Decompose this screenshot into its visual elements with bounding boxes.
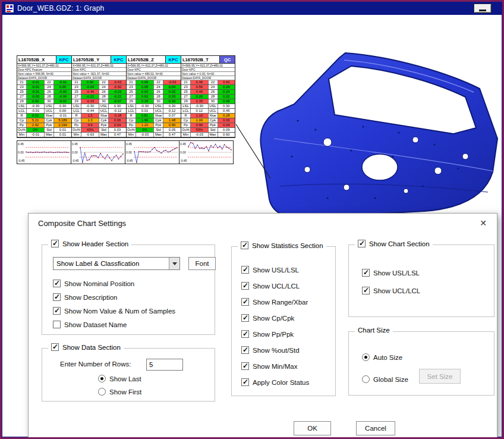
stat-label: Min [17, 133, 27, 137]
stat-row: LCL -0.01 UCL 0.00 [17, 109, 71, 114]
stat-value: 0.90 [163, 123, 181, 127]
data-row: 29 0.35 30 0.08 [181, 99, 235, 104]
checkbox-show-nom-value-num-of-samples[interactable]: Show Nom Value & Num of Samples [53, 307, 175, 315]
radio-show-first[interactable]: Show First [98, 388, 141, 396]
dataset-text: Dataset:DATA_DOOR [181, 76, 235, 80]
stat-row: Min -0.03 Max 0.60 [181, 133, 235, 137]
checkbox-box [241, 282, 249, 290]
composite-chart-settings-dialog: Composite Chart Settings ✕ Show Header S… [28, 213, 497, 438]
stat-value: -0.44 [81, 109, 99, 113]
checkbox-box[interactable] [241, 242, 248, 249]
sample-value: 0.00 [27, 99, 45, 104]
stat-value: 0.30 [109, 104, 126, 108]
checkbox-show-out-std[interactable]: Show %out/Std [241, 346, 300, 354]
checkbox-show-cp-cpk[interactable]: Show Cp/Cpk [241, 314, 294, 322]
sample-value: 0.30 [163, 99, 181, 104]
group-header-title[interactable]: Show Header Section [48, 240, 131, 247]
sample-value: 0.05 [136, 85, 154, 89]
checkbox-show-usl-lsl[interactable]: Show USL/LSL [362, 269, 420, 277]
stat-label: R [181, 114, 191, 118]
stat-value: 1.06 [191, 118, 209, 123]
checkbox-label: Apply Color Status [253, 379, 309, 386]
stat-row: LCL 0.12 UCL 0.45 [181, 109, 235, 114]
chevron-down-icon[interactable] [169, 258, 179, 269]
minimize-button[interactable] [474, 4, 492, 13]
stat-label: Cp [127, 118, 136, 123]
mini-chart-L167052B_T: 0.450.00-0.45 [179, 140, 234, 164]
svg-text:-0.45: -0.45 [126, 159, 133, 162]
stat-row: R 1.5 Xbar -0.28 [72, 114, 126, 118]
checkbox-box [241, 330, 249, 338]
stat-value: 2.92 [27, 123, 45, 127]
sample-index: 22 [154, 80, 163, 84]
svg-text:0.45: 0.45 [126, 142, 132, 146]
radio-show-last[interactable]: Show Last [98, 375, 141, 382]
checkbox-show-usl-lsl[interactable]: Show USL/LSL [241, 266, 299, 274]
coords-text: X=566.95,Y=-921.37,Z=480.02 [181, 64, 235, 68]
stat-value: 0.03 [109, 128, 126, 132]
checkbox-show-nominal-position[interactable]: Show Nominal Position [53, 280, 134, 287]
stat-value: 0.81 [136, 114, 154, 118]
radio-global-size[interactable]: Global Size [362, 375, 408, 383]
sample-index: 26 [45, 90, 54, 94]
svg-text:0.45: 0.45 [18, 142, 24, 146]
stat-value: 0.12 [191, 109, 209, 113]
checkbox-box [362, 269, 370, 277]
set-size-label: Set Size [427, 373, 453, 380]
sample-index: 22 [99, 80, 109, 84]
stat-row: LSL -0.30 USL 0.30 [17, 104, 71, 109]
close-button[interactable]: ✕ [477, 217, 490, 230]
font-button[interactable]: Font [188, 257, 216, 270]
stat-value: 5.21 [27, 118, 45, 123]
checkbox-show-range-xbar[interactable]: Show Range/Xbar [241, 298, 308, 306]
radio-auto-size[interactable]: Auto Size [362, 353, 402, 361]
sample-value: -0.01 [54, 80, 71, 84]
stat-label: Xbar [99, 114, 109, 118]
sample-index: 22 [45, 80, 54, 84]
stat-value: -0.30 [27, 104, 45, 108]
checkbox-box[interactable] [51, 343, 59, 351]
sample-index: 24 [45, 85, 54, 89]
checkbox-show-min-max[interactable]: Show Min/Max [241, 362, 297, 370]
checkbox-label: Show %out/Std [253, 347, 300, 354]
group-data-title[interactable]: Show Data Section [48, 343, 124, 351]
stat-value: 0.05 [163, 128, 181, 132]
checkbox-show-ucl-lcl[interactable]: Show UCL/LCL [362, 287, 420, 294]
stat-value: -0.63 [81, 133, 99, 137]
stat-row: LCL 0.01 UCL 0.12 [127, 109, 181, 114]
checkbox-show-pp-ppk[interactable]: Show Pp/Ppk [241, 330, 294, 338]
sample-value: 0.02 [163, 90, 181, 94]
cancel-button[interactable]: Cancel [356, 421, 395, 435]
checkbox-box [241, 266, 249, 274]
feature-name: L167052B_Y [72, 56, 111, 63]
stat-label: Std [99, 128, 109, 132]
svg-text:0.45: 0.45 [180, 142, 186, 146]
rows-input[interactable] [146, 359, 183, 371]
svg-text:-0.45: -0.45 [72, 159, 79, 162]
sample-value: -0.50 [109, 85, 126, 89]
stat-row: Ou% 0% Std 0.05 [127, 128, 181, 133]
svg-text:0.00: 0.00 [126, 150, 132, 154]
stat-row: Ou% 53% Std 0.09 [181, 128, 235, 133]
sample-index: 30 [45, 99, 54, 104]
stat-label: Max [209, 133, 218, 137]
stat-label: UCL [209, 109, 218, 113]
group-stats-title[interactable]: Show Statistics Section [238, 242, 326, 249]
checkbox-show-dataset-name[interactable]: Show Dataset Name [53, 321, 127, 328]
checkbox-box[interactable] [51, 240, 59, 247]
classification-badge: KPC [111, 56, 126, 63]
ok-button[interactable]: OK [294, 421, 331, 435]
sample-value: -0.00 [27, 95, 45, 99]
checkbox-box[interactable] [358, 240, 366, 247]
stat-value: -0.12 [109, 109, 126, 113]
data-row: 25 0.45 26 0.24 [181, 90, 235, 95]
stat-label: UCL [45, 109, 54, 113]
label-style-dropdown[interactable]: Show Label & Classfication [53, 257, 180, 270]
checkbox-apply-color-status[interactable]: Apply Color Status [241, 378, 309, 386]
sample-index: 30 [154, 99, 163, 104]
stat-label: Min [181, 133, 191, 137]
data-row: 23 -0.04 24 -0.50 [72, 85, 126, 90]
checkbox-show-ucl-lcl[interactable]: Show UCL/LCL [241, 282, 300, 290]
group-chart-title[interactable]: Show Chart Section [355, 240, 433, 247]
checkbox-show-description[interactable]: Show Description [53, 293, 117, 301]
